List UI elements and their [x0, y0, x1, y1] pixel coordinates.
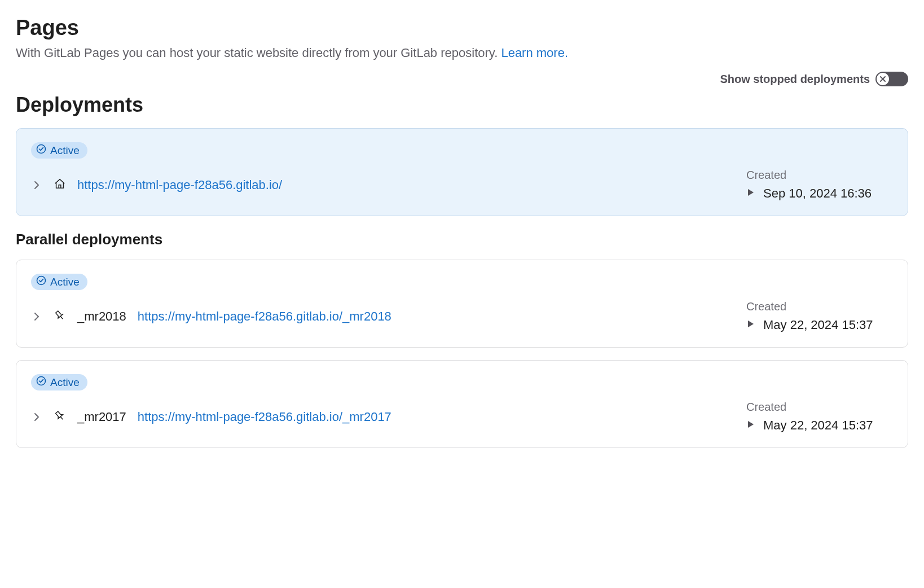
learn-more-link[interactable]: Learn more.	[501, 46, 568, 60]
created-label: Created	[746, 169, 893, 182]
created-label: Created	[746, 300, 893, 313]
svg-point-1	[37, 277, 46, 285]
play-icon	[746, 319, 755, 331]
created-date: May 22, 2024 15:37	[763, 318, 873, 332]
home-icon	[54, 178, 66, 192]
parallel-deployment-card: Active _mr2018 https://my-html-page-f28a…	[16, 260, 908, 348]
toggle-label: Show stopped deployments	[720, 73, 870, 86]
status-badge-label: Active	[50, 276, 80, 288]
parallel-deployment-card: Active _mr2017 https://my-html-page-f28a…	[16, 360, 908, 448]
show-stopped-toggle[interactable]	[875, 72, 908, 86]
deployment-name: _mr2017	[77, 410, 126, 424]
svg-point-2	[37, 377, 46, 385]
svg-point-0	[37, 145, 46, 153]
page-title: Pages	[16, 16, 908, 40]
check-circle-icon	[36, 376, 46, 389]
expand-button[interactable]	[31, 411, 42, 423]
deployment-name: _mr2018	[77, 309, 126, 324]
pin-icon	[54, 309, 66, 324]
close-icon	[877, 73, 889, 85]
parallel-deployments-heading: Parallel deployments	[16, 231, 908, 248]
deployments-heading: Deployments	[16, 93, 908, 117]
created-date: May 22, 2024 15:37	[763, 418, 873, 433]
play-icon	[746, 188, 755, 199]
status-badge: Active	[31, 142, 87, 159]
check-circle-icon	[36, 275, 46, 288]
status-badge-label: Active	[50, 376, 80, 389]
status-badge-label: Active	[50, 144, 80, 157]
expand-button[interactable]	[31, 311, 42, 322]
check-circle-icon	[36, 144, 46, 157]
created-label: Created	[746, 401, 893, 414]
status-badge: Active	[31, 374, 87, 390]
deployment-url-link[interactable]: https://my-html-page-f28a56.gitlab.io/_m…	[138, 410, 391, 424]
pin-icon	[54, 410, 66, 424]
deployment-url-link[interactable]: https://my-html-page-f28a56.gitlab.io/	[77, 178, 282, 192]
primary-deployment-card: Active https://my-html-page-f28a56.gitla…	[16, 128, 908, 216]
created-date: Sep 10, 2024 16:36	[763, 186, 872, 201]
expand-button[interactable]	[31, 179, 42, 191]
page-description-text: With GitLab Pages you can host your stat…	[16, 46, 501, 60]
page-description: With GitLab Pages you can host your stat…	[16, 46, 908, 60]
play-icon	[746, 420, 755, 431]
deployment-url-link[interactable]: https://my-html-page-f28a56.gitlab.io/_m…	[138, 309, 391, 324]
toggle-row: Show stopped deployments	[16, 72, 908, 86]
status-badge: Active	[31, 274, 87, 290]
